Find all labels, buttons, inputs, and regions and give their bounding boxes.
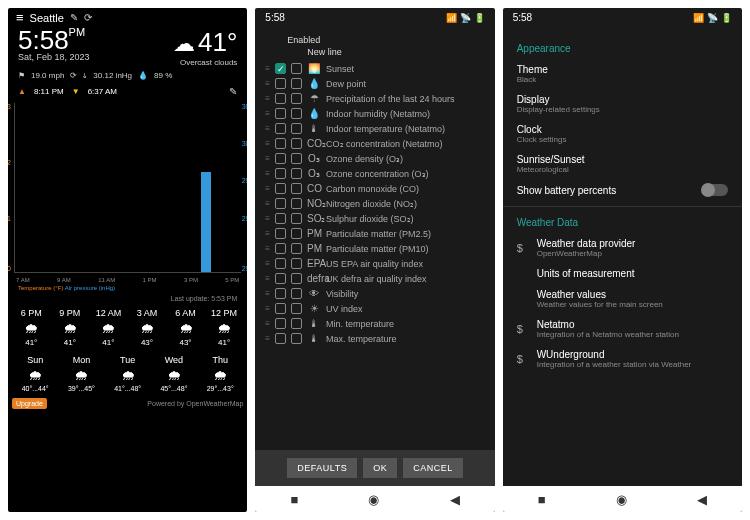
- upgrade-button[interactable]: Upgrade: [12, 398, 47, 409]
- drag-handle-icon[interactable]: ≡: [265, 319, 270, 328]
- drag-handle-icon[interactable]: ≡: [265, 64, 270, 73]
- drag-handle-icon[interactable]: ≡: [265, 124, 270, 133]
- newline-checkbox[interactable]: [291, 108, 302, 119]
- enabled-checkbox[interactable]: [275, 258, 286, 269]
- enabled-checkbox[interactable]: [275, 213, 286, 224]
- newline-checkbox[interactable]: [291, 63, 302, 74]
- drag-handle-icon[interactable]: ≡: [265, 289, 270, 298]
- refresh-icon[interactable]: ⟳: [84, 12, 92, 23]
- newline-checkbox[interactable]: [291, 123, 302, 134]
- newline-checkbox[interactable]: [291, 78, 302, 89]
- drag-handle-icon[interactable]: ≡: [265, 229, 270, 238]
- values-setting[interactable]: Weather valuesWeather values for the mai…: [517, 289, 728, 309]
- drag-handle-icon[interactable]: ≡: [265, 79, 270, 88]
- wunderground-setting[interactable]: $WUndergroundIntegration of a weather st…: [517, 349, 728, 369]
- daily-col[interactable]: Mon🌧39°...45°: [58, 355, 104, 392]
- enabled-checkbox[interactable]: [275, 243, 286, 254]
- nav-home-icon[interactable]: ◉: [616, 492, 627, 507]
- nav-back-icon[interactable]: ◀: [697, 492, 707, 507]
- battery-setting[interactable]: Show battery percents: [517, 184, 728, 196]
- newline-checkbox[interactable]: [291, 288, 302, 299]
- y-right-tick: 30.2: [242, 103, 248, 110]
- drag-handle-icon[interactable]: ≡: [265, 259, 270, 268]
- defaults-button[interactable]: DEFAULTS: [287, 458, 357, 478]
- daily-forecast[interactable]: Sun🌧40°...44°Mon🌧39°...45°Tue🌧41°...48°W…: [8, 351, 247, 396]
- edit-location-icon[interactable]: ✎: [70, 12, 78, 23]
- enabled-checkbox[interactable]: [275, 153, 286, 164]
- newline-checkbox[interactable]: [291, 243, 302, 254]
- daily-col[interactable]: Tue🌧41°...48°: [105, 355, 151, 392]
- theme-setting[interactable]: ThemeBlack: [517, 64, 728, 84]
- enabled-checkbox[interactable]: [275, 183, 286, 194]
- newline-checkbox[interactable]: [291, 333, 302, 344]
- enabled-checkbox[interactable]: [275, 108, 286, 119]
- newline-checkbox[interactable]: [291, 183, 302, 194]
- drag-handle-icon[interactable]: ≡: [265, 334, 270, 343]
- enabled-checkbox[interactable]: [275, 288, 286, 299]
- enabled-checkbox[interactable]: [275, 318, 286, 329]
- daily-col[interactable]: Sun🌧40°...44°: [12, 355, 58, 392]
- clock-setting[interactable]: ClockClock settings: [517, 124, 728, 144]
- setting-sub: Integration of a Netatmo weather station: [537, 330, 728, 339]
- units-setting[interactable]: Units of measurement: [517, 268, 728, 279]
- drag-handle-icon[interactable]: ≡: [265, 139, 270, 148]
- sunrise-setting[interactable]: Sunrise/SunsetMeteorological: [517, 154, 728, 174]
- hourly-col[interactable]: 3 AM🌧43°: [128, 308, 167, 347]
- newline-checkbox[interactable]: [291, 258, 302, 269]
- location-name[interactable]: Seattle: [30, 12, 64, 24]
- drag-handle-icon[interactable]: ≡: [265, 169, 270, 178]
- drag-handle-icon[interactable]: ≡: [265, 214, 270, 223]
- nav-recent-icon[interactable]: ■: [538, 492, 546, 507]
- enabled-checkbox[interactable]: [275, 198, 286, 209]
- drag-handle-icon[interactable]: ≡: [265, 109, 270, 118]
- enabled-checkbox[interactable]: [275, 273, 286, 284]
- enabled-checkbox[interactable]: ✓: [275, 63, 286, 74]
- nav-home-icon[interactable]: ◉: [368, 492, 379, 507]
- enabled-checkbox[interactable]: [275, 303, 286, 314]
- battery-toggle[interactable]: [702, 184, 728, 196]
- enabled-checkbox[interactable]: [275, 123, 286, 134]
- enabled-checkbox[interactable]: [275, 333, 286, 344]
- newline-checkbox[interactable]: [291, 318, 302, 329]
- daily-col[interactable]: Wed🌧45°...48°: [151, 355, 197, 392]
- netatmo-setting[interactable]: $NetatmoIntegration of a Netatmo weather…: [517, 319, 728, 339]
- cancel-button[interactable]: CANCEL: [403, 458, 463, 478]
- newline-checkbox[interactable]: [291, 213, 302, 224]
- newline-checkbox[interactable]: [291, 93, 302, 104]
- hourly-col[interactable]: 6 PM🌧41°: [12, 308, 51, 347]
- drag-handle-icon[interactable]: ≡: [265, 304, 270, 313]
- newline-checkbox[interactable]: [291, 273, 302, 284]
- weather-chart[interactable]: 43 42 41 40 30.2 30.0 29.8 29.6 29.4: [14, 103, 241, 273]
- enabled-checkbox[interactable]: [275, 228, 286, 239]
- drag-handle-icon[interactable]: ≡: [265, 94, 270, 103]
- drag-handle-icon[interactable]: ≡: [265, 274, 270, 283]
- edit-metrics-icon[interactable]: ✎: [229, 86, 237, 97]
- hourly-col[interactable]: 12 PM🌧41°: [205, 308, 244, 347]
- hourly-col[interactable]: 12 AM🌧41°: [89, 308, 128, 347]
- hourly-col[interactable]: 9 PM🌧41°: [51, 308, 90, 347]
- enabled-checkbox[interactable]: [275, 138, 286, 149]
- menu-icon[interactable]: ≡: [16, 10, 24, 25]
- drag-handle-icon[interactable]: ≡: [265, 244, 270, 253]
- newline-checkbox[interactable]: [291, 153, 302, 164]
- provider-setting[interactable]: $Weather data providerOpenWeatherMap: [517, 238, 728, 258]
- newline-checkbox[interactable]: [291, 303, 302, 314]
- daily-col[interactable]: Thu🌧29°...43°: [197, 355, 243, 392]
- value-label: Carbon monoxide (CO): [326, 184, 485, 194]
- enabled-checkbox[interactable]: [275, 168, 286, 179]
- newline-checkbox[interactable]: [291, 168, 302, 179]
- display-setting[interactable]: DisplayDisplay-related settings: [517, 94, 728, 114]
- drag-handle-icon[interactable]: ≡: [265, 154, 270, 163]
- nav-recent-icon[interactable]: ■: [290, 492, 298, 507]
- newline-checkbox[interactable]: [291, 198, 302, 209]
- newline-checkbox[interactable]: [291, 228, 302, 239]
- enabled-checkbox[interactable]: [275, 78, 286, 89]
- drag-handle-icon[interactable]: ≡: [265, 199, 270, 208]
- enabled-checkbox[interactable]: [275, 93, 286, 104]
- hourly-forecast[interactable]: 6 PM🌧41°9 PM🌧41°12 AM🌧41°3 AM🌧43°6 AM🌧43…: [8, 304, 247, 351]
- nav-back-icon[interactable]: ◀: [450, 492, 460, 507]
- hourly-col[interactable]: 6 AM🌧43°: [166, 308, 205, 347]
- drag-handle-icon[interactable]: ≡: [265, 184, 270, 193]
- ok-button[interactable]: OK: [363, 458, 397, 478]
- newline-checkbox[interactable]: [291, 138, 302, 149]
